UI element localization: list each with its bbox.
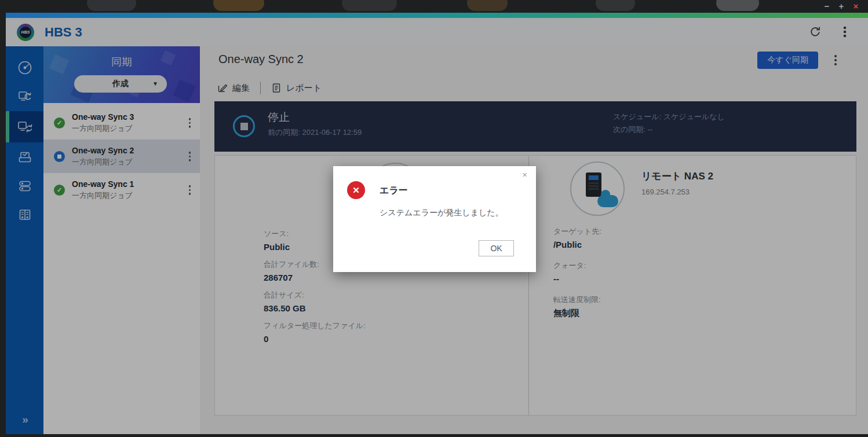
maximize-button[interactable]: + bbox=[836, 2, 847, 11]
ok-button[interactable]: OK bbox=[479, 240, 514, 256]
dialog-close-icon[interactable]: × bbox=[522, 170, 527, 179]
desktop-artifact bbox=[467, 0, 508, 11]
dialog-message: システムエラーが発生しました。 bbox=[380, 208, 504, 218]
desktop-artifact bbox=[213, 0, 264, 11]
desktop-background: − + × HBS HBS 3 bbox=[0, 0, 868, 437]
desktop-artifact bbox=[342, 0, 397, 11]
minimize-button[interactable]: − bbox=[822, 2, 832, 11]
close-window-button[interactable]: × bbox=[851, 2, 861, 11]
desktop-artifact bbox=[596, 0, 635, 11]
window-titlebar: − + × bbox=[0, 0, 868, 13]
error-icon: ✕ bbox=[347, 181, 365, 199]
accent-gradient-bar bbox=[6, 13, 868, 18]
desktop-artifact bbox=[87, 0, 136, 11]
desktop-artifact bbox=[716, 0, 759, 11]
error-dialog: × ✕ エラー システムエラーが発生しました。 OK bbox=[333, 166, 536, 272]
dialog-title: エラー bbox=[380, 185, 408, 197]
